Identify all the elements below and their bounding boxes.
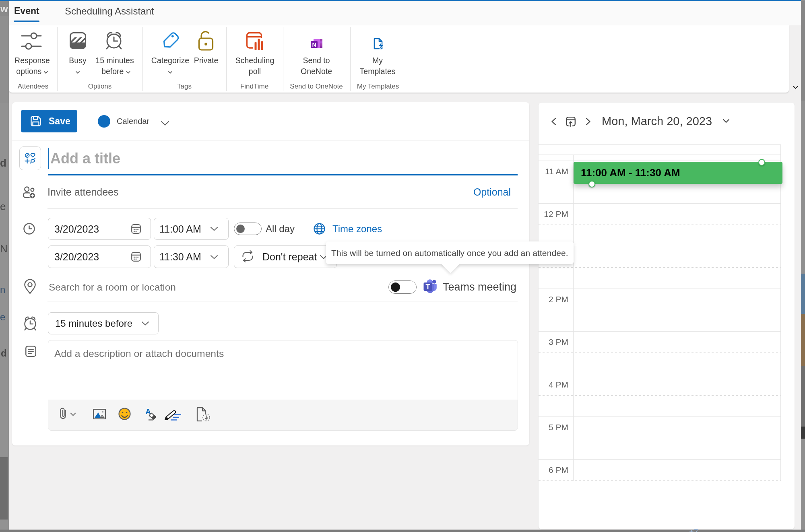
svg-text:N: N — [312, 41, 316, 48]
svg-text:T: T — [426, 283, 430, 291]
